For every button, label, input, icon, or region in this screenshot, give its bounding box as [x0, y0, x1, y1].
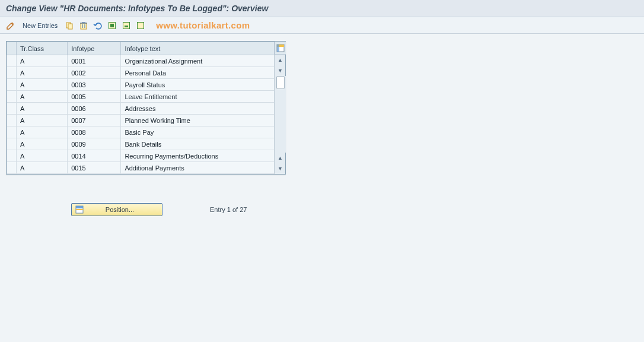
cell-trclass[interactable]: A	[17, 150, 68, 162]
footer-area: Position... Entry 1 of 27	[6, 203, 638, 216]
copy-as-icon[interactable]	[63, 20, 75, 31]
table-row[interactable]: A0009Bank Details	[7, 138, 275, 150]
select-all-corner[interactable]	[7, 42, 17, 55]
cell-infotype-text[interactable]: Bank Details	[121, 138, 275, 150]
delete-icon[interactable]	[78, 20, 90, 31]
cell-infotype[interactable]: 0008	[68, 126, 121, 138]
cell-infotype-text[interactable]: Recurring Payments/Deductions	[121, 150, 275, 162]
cell-trclass[interactable]: A	[17, 67, 68, 79]
infotype-table: Tr.Class Infotype Infotype text A0001Org…	[7, 42, 275, 174]
page-title: Change View "HR Documents: Infotypes To …	[6, 4, 638, 13]
cell-infotype[interactable]: 0001	[68, 55, 121, 67]
table-row[interactable]: A0015Additional Payments	[7, 162, 275, 174]
cell-trclass[interactable]: A	[17, 91, 68, 103]
cell-trclass[interactable]: A	[17, 126, 68, 138]
toggle-display-change-icon[interactable]	[5, 20, 17, 31]
cell-infotype[interactable]: 0005	[68, 91, 121, 103]
watermark: www.tutorialkart.com	[156, 20, 250, 30]
select-all-icon[interactable]	[106, 20, 118, 31]
svg-rect-10	[277, 45, 279, 52]
cell-infotype-text[interactable]: Addresses	[121, 103, 275, 115]
col-header-infotype[interactable]: Infotype	[68, 42, 121, 55]
scroll-thumb[interactable]	[276, 76, 285, 89]
cell-trclass[interactable]: A	[17, 79, 68, 91]
cell-trclass[interactable]: A	[17, 115, 68, 126]
cell-infotype[interactable]: 0003	[68, 79, 121, 91]
scroll-up2-icon[interactable]: ▲	[275, 153, 286, 163]
position-button[interactable]: Position...	[71, 203, 162, 216]
table-row[interactable]: A0005Leave Entitlement	[7, 91, 275, 103]
position-icon	[75, 205, 84, 214]
row-handle[interactable]	[7, 67, 17, 79]
cell-infotype[interactable]: 0014	[68, 150, 121, 162]
cell-infotype[interactable]: 0002	[68, 67, 121, 79]
svg-rect-6	[125, 26, 128, 27]
undo-change-icon[interactable]	[92, 20, 104, 31]
scroll-track[interactable]	[275, 76, 286, 153]
cell-infotype[interactable]: 0007	[68, 115, 121, 126]
table-row[interactable]: A0014Recurring Payments/Deductions	[7, 150, 275, 162]
cell-infotype[interactable]: 0006	[68, 103, 121, 115]
row-handle[interactable]	[7, 79, 17, 91]
table-row[interactable]: A0003Payroll Status	[7, 79, 275, 91]
table-container: Tr.Class Infotype Infotype text A0001Org…	[6, 41, 286, 175]
cell-infotype-text[interactable]: Payroll Status	[121, 79, 275, 91]
svg-rect-13	[76, 209, 83, 210]
title-bar: Change View "HR Documents: Infotypes To …	[0, 0, 644, 17]
col-header-infotype-text[interactable]: Infotype text	[121, 42, 275, 55]
row-handle[interactable]	[7, 138, 17, 150]
table-settings-icon[interactable]	[275, 42, 286, 55]
row-handle[interactable]	[7, 150, 17, 162]
row-handle[interactable]	[7, 115, 17, 126]
row-handle[interactable]	[7, 126, 17, 138]
svg-rect-4	[110, 24, 114, 27]
table-row[interactable]: A0008Basic Pay	[7, 126, 275, 138]
svg-rect-1	[68, 24, 72, 29]
row-handle[interactable]	[7, 55, 17, 67]
scroll-up-icon[interactable]: ▲	[275, 55, 286, 65]
cell-infotype-text[interactable]: Basic Pay	[121, 126, 275, 138]
cell-infotype[interactable]: 0015	[68, 162, 121, 174]
cell-infotype[interactable]: 0009	[68, 138, 121, 150]
cell-trclass[interactable]: A	[17, 138, 68, 150]
cell-infotype-text[interactable]: Leave Entitlement	[121, 91, 275, 103]
cell-infotype-text[interactable]: Personal Data	[121, 67, 275, 79]
row-handle[interactable]	[7, 103, 17, 115]
cell-infotype-text[interactable]: Organizational Assignment	[121, 55, 275, 67]
cell-trclass[interactable]: A	[17, 103, 68, 115]
new-entries-button[interactable]: New Entries	[19, 21, 61, 30]
toolbar: New Entries www.tutorialkart.com	[0, 17, 644, 34]
cell-infotype-text[interactable]: Planned Working Time	[121, 115, 275, 126]
select-block-icon[interactable]	[120, 20, 132, 31]
col-header-trclass[interactable]: Tr.Class	[17, 42, 68, 55]
position-label: Position...	[92, 206, 148, 213]
table-row[interactable]: A0006Addresses	[7, 103, 275, 115]
svg-rect-12	[76, 206, 83, 208]
table-row[interactable]: A0002Personal Data	[7, 67, 275, 79]
table-row[interactable]: A0001Organizational Assignment	[7, 55, 275, 67]
svg-rect-7	[138, 22, 144, 28]
cell-trclass[interactable]: A	[17, 162, 68, 174]
deselect-all-icon[interactable]	[135, 20, 146, 31]
cell-trclass[interactable]: A	[17, 55, 68, 67]
table-row[interactable]: A0007Planned Working Time	[7, 115, 275, 126]
cell-infotype-text[interactable]: Additional Payments	[121, 162, 275, 174]
scroll-down-icon[interactable]: ▼	[275, 65, 286, 76]
scroll-down2-icon[interactable]: ▼	[275, 163, 286, 174]
svg-rect-2	[81, 23, 87, 29]
row-handle[interactable]	[7, 162, 17, 174]
vertical-scrollbar[interactable]: ▲ ▼ ▲ ▼	[275, 42, 285, 174]
row-handle[interactable]	[7, 91, 17, 103]
entry-count: Entry 1 of 27	[210, 206, 247, 213]
content-area: Tr.Class Infotype Infotype text A0001Org…	[0, 34, 644, 223]
